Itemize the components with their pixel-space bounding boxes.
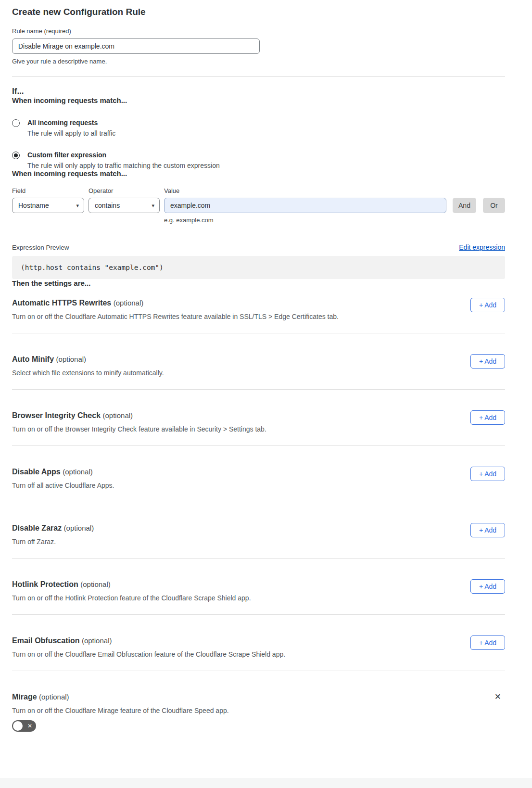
radio-label: Custom filter expression [27, 151, 220, 159]
setting-name: Mirage [12, 693, 37, 701]
setting-description: Turn off all active Cloudflare Apps. [12, 482, 114, 489]
setting-optional-label: (optional) [80, 580, 111, 588]
setting-item: Disable Apps (optional) Turn off all act… [12, 468, 505, 502]
divider [12, 671, 505, 671]
bottom-section-edge [0, 778, 532, 788]
divider [12, 558, 505, 559]
divider [12, 333, 505, 333]
toggle-knob [13, 721, 23, 731]
divider [12, 389, 505, 390]
setting-name: Automatic HTTPS Rewrites [12, 299, 111, 307]
operator-label: Operator [89, 187, 164, 194]
setting-add-button[interactable]: + Add [470, 467, 505, 481]
setting-item: Automatic HTTPS Rewrites (optional) Turn… [12, 299, 505, 333]
divider [12, 76, 505, 77]
divider [12, 445, 505, 446]
setting-description: Turn on or off the Hotlink Protection fe… [12, 594, 251, 602]
field-select-value: Hostname [18, 202, 49, 209]
radio-option-custom-filter-expression[interactable]: Custom filter expression The rule will o… [12, 151, 505, 169]
edit-expression-link[interactable]: Edit expression [459, 243, 505, 251]
chevron-down-icon: ▾ [76, 203, 79, 209]
chevron-down-icon: ▾ [152, 203, 154, 209]
divider [12, 502, 505, 502]
settings-list: Automatic HTTPS Rewrites (optional) Turn… [12, 299, 505, 671]
field-select[interactable]: Hostname ▾ [12, 198, 84, 213]
setting-description: Select which file extensions to minify a… [12, 369, 164, 377]
setting-add-button[interactable]: + Add [470, 410, 505, 425]
setting-item: Hotlink Protection (optional) Turn on or… [12, 580, 505, 615]
setting-optional-label: (optional) [103, 411, 133, 419]
if-heading: If... [12, 87, 505, 96]
divider [12, 614, 505, 615]
or-button[interactable]: Or [483, 198, 505, 213]
setting-optional-label: (optional) [63, 468, 93, 476]
mirage-toggle[interactable]: ✕ [12, 720, 36, 732]
setting-item-mirage: Mirage (optional) Turn on or off the Clo… [12, 693, 505, 734]
main-form: Create new Configuration Rule Rule name … [12, 0, 505, 734]
setting-optional-label: (optional) [56, 355, 87, 363]
radio-label: All incoming requests [27, 119, 115, 127]
setting-name: Disable Apps [12, 468, 61, 476]
radio-icon[interactable] [12, 152, 20, 159]
setting-add-button[interactable]: + Add [470, 354, 505, 369]
rule-name-input[interactable] [12, 38, 260, 54]
setting-item: Email Obfuscation (optional) Turn on or … [12, 636, 505, 671]
page-title: Create new Configuration Rule [12, 7, 505, 17]
expression-preview-label: Expression Preview [12, 244, 69, 251]
match-heading-1: When incoming requests match... [12, 96, 505, 104]
setting-item: Browser Integrity Check (optional) Turn … [12, 411, 505, 446]
setting-description: Turn on or off the Cloudflare Email Obfu… [12, 650, 285, 658]
expression-preview-code: (http.host contains "example.com") [12, 256, 505, 279]
setting-add-button[interactable]: + Add [470, 579, 505, 594]
close-icon[interactable]: ✕ [494, 693, 501, 701]
radio-option-all-incoming-requests[interactable]: All incoming requests The rule will appl… [12, 119, 505, 137]
field-label: Field [12, 187, 89, 194]
setting-name: Auto Minify [12, 355, 54, 363]
operator-select-value: contains [95, 202, 120, 209]
toggle-off-x-icon: ✕ [27, 720, 32, 732]
rule-name-help: Give your rule a descriptive name. [12, 58, 505, 65]
and-button[interactable]: And [453, 198, 476, 213]
value-label: Value [164, 187, 179, 194]
setting-optional-label: (optional) [82, 636, 112, 645]
setting-description: Turn on or off the Cloudflare Automatic … [12, 313, 339, 320]
setting-optional-label: (optional) [114, 299, 144, 307]
setting-name: Browser Integrity Check [12, 411, 101, 419]
radio-icon[interactable] [12, 119, 20, 127]
setting-description: Turn off Zaraz. [12, 538, 94, 546]
setting-add-button[interactable]: + Add [470, 523, 505, 537]
setting-optional-label: (optional) [39, 693, 69, 701]
setting-name: Email Obfuscation [12, 636, 79, 645]
setting-add-button[interactable]: + Add [470, 298, 505, 312]
setting-item: Auto Minify (optional) Select which file… [12, 355, 505, 390]
setting-description: Turn on or off the Browser Integrity Che… [12, 425, 266, 433]
radio-description: The rule will apply to all traffic [27, 129, 115, 137]
operator-select[interactable]: contains ▾ [89, 198, 160, 213]
setting-name: Hotlink Protection [12, 580, 78, 588]
settings-heading: Then the settings are... [12, 279, 505, 287]
setting-add-button[interactable]: + Add [470, 635, 505, 650]
rule-name-label: Rule name (required) [12, 27, 505, 35]
radio-description: The rule will only apply to traffic matc… [27, 162, 220, 169]
setting-name: Disable Zaraz [12, 524, 62, 532]
value-input[interactable] [164, 198, 446, 213]
setting-optional-label: (optional) [64, 524, 94, 532]
match-heading-2: When incoming requests match... [12, 169, 505, 178]
setting-item: Disable Zaraz (optional) Turn off Zaraz.… [12, 524, 505, 559]
setting-description: Turn on or off the Cloudflare Mirage fea… [12, 707, 229, 714]
value-help: e.g. example.com [164, 216, 505, 224]
